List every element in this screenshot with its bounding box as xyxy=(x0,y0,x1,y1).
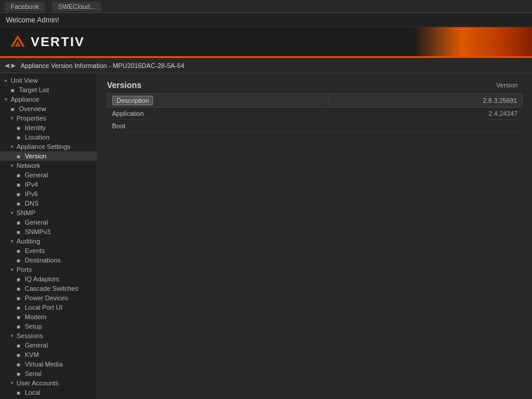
content-area: Versions Version Description 2.8.3.25691… xyxy=(98,73,532,399)
sidebar-item-label: Appliance Settings xyxy=(17,143,70,150)
sidebar-item-label: SNMPv3 xyxy=(25,228,50,235)
sidebar-item-identity[interactable]: ■ Identity xyxy=(0,123,97,132)
doc-icon: ■ xyxy=(11,106,19,112)
row-description: Boot xyxy=(108,120,329,132)
sidebar-item-network[interactable]: ▾ Network xyxy=(0,161,97,170)
sidebar-item-auditing[interactable]: ▾ Auditing xyxy=(0,236,97,246)
sidebar-item-properties[interactable]: ▾ Properties xyxy=(0,113,97,123)
sidebar-item-modem[interactable]: ■ Modem xyxy=(0,312,97,322)
tab-facebook[interactable]: Facebook xyxy=(5,2,45,11)
sidebar-item-setup[interactable]: ■ Setup xyxy=(0,322,97,331)
doc-icon: ■ xyxy=(17,323,25,330)
arrow-icon: ▸ xyxy=(5,77,11,83)
sidebar-item-label: Cascade Switches xyxy=(25,285,79,292)
sidebar-item-serial[interactable]: ■ Serial xyxy=(0,369,97,378)
sidebar-item-local-port-ui[interactable]: ■ Local Port UI xyxy=(0,303,97,312)
welcome-text: Welcome Admin! xyxy=(6,16,59,24)
sidebar-item-kvm[interactable]: ■ KVM xyxy=(0,350,97,359)
sidebar-item-label: KVM xyxy=(25,351,39,358)
sidebar-item-label: General xyxy=(25,171,48,179)
sidebar-item-label: Setup xyxy=(25,323,42,330)
doc-icon: ■ xyxy=(17,134,25,141)
sidebar-item-label: DNS xyxy=(25,200,38,207)
sidebar: ▸ Unit View ■ Target List ▾ Appliance ■ … xyxy=(0,73,98,399)
sidebar-item-label: SNMP xyxy=(17,209,35,216)
doc-icon: ■ xyxy=(17,248,25,254)
sidebar-item-iq-adaptors[interactable]: ■ IQ Adaptors xyxy=(0,274,97,284)
arrow-icon: ▾ xyxy=(11,163,17,168)
sidebar-item-destinations[interactable]: ■ Destinations xyxy=(0,255,97,265)
sidebar-item-label: Serial xyxy=(25,370,41,377)
sidebar-item-general[interactable]: ■ General xyxy=(0,170,97,180)
sidebar-item-label: Appliance xyxy=(11,96,39,103)
sidebar-item-snmp[interactable]: ▾ SNMP xyxy=(0,208,97,218)
doc-icon: ■ xyxy=(17,181,25,188)
sidebar-item-ipv4[interactable]: ■ IPv4 xyxy=(0,180,97,189)
sidebar-item-user-accounts[interactable]: ▾ User Accounts xyxy=(0,378,97,388)
doc-icon: ■ xyxy=(17,304,25,311)
sidebar-item-sessions-general[interactable]: ■ General xyxy=(0,340,97,350)
sidebar-item-version[interactable]: ■ Version xyxy=(0,151,97,161)
sidebar-item-power-devices[interactable]: ■ Power Devices xyxy=(0,293,97,303)
browser-bar: Facebook SWECloud... xyxy=(0,0,532,13)
doc-icon: ■ xyxy=(17,295,25,301)
row-description: Application xyxy=(108,108,329,120)
sidebar-item-ipv6[interactable]: ■ IPv6 xyxy=(0,189,97,199)
arrow-icon: ▾ xyxy=(11,144,17,150)
sidebar-item-label: Sessions xyxy=(17,332,43,339)
sidebar-item-unit-view[interactable]: ▸ Unit View xyxy=(0,76,97,85)
sidebar-item-label: Overview xyxy=(19,105,46,112)
tab-swecloud[interactable]: SWECloud... xyxy=(52,2,101,11)
sidebar-item-label: Location xyxy=(25,134,50,141)
page-subtitle: Appliance Version Information - MPU2016D… xyxy=(21,62,184,69)
sidebar-item-label: Ports xyxy=(17,266,32,273)
sidebar-item-dns[interactable]: ■ DNS xyxy=(0,199,97,208)
nav-arrow: ◀ ▶ xyxy=(5,62,16,69)
version-col-label: Version xyxy=(496,82,518,89)
row-version xyxy=(329,120,522,132)
vertiv-header: VERTIV xyxy=(0,27,532,58)
doc-icon: ■ xyxy=(17,276,25,283)
versions-table: Description 2.8.3.25691 Application2.4.2… xyxy=(107,93,523,132)
sidebar-item-virtual-media[interactable]: ■ Virtual Media xyxy=(0,359,97,369)
description-sort-button[interactable]: Description xyxy=(112,96,153,105)
sidebar-item-appliance[interactable]: ▾ Appliance xyxy=(0,95,97,104)
sidebar-item-location[interactable]: ■ Location xyxy=(0,132,97,142)
doc-icon: ■ xyxy=(17,371,25,377)
arrow-icon: ▾ xyxy=(11,238,17,244)
sidebar-item-label: Local Port UI xyxy=(25,304,63,311)
sidebar-item-overview[interactable]: ■ Overview xyxy=(0,104,97,113)
table-row: Application2.4.24247 xyxy=(108,108,523,120)
sidebar-item-snmp-general[interactable]: ■ General xyxy=(0,218,97,227)
sidebar-item-label: IPv6 xyxy=(25,190,38,197)
sidebar-item-snmpv3[interactable]: ■ SNMPv3 xyxy=(0,227,97,236)
sidebar-item-local[interactable]: ■ Local xyxy=(0,388,97,397)
sidebar-item-label: Target List xyxy=(19,86,49,93)
col-header-description: Description xyxy=(108,94,329,108)
arrow-icon: ▾ xyxy=(11,210,17,216)
sidebar-item-target-list[interactable]: ■ Target List xyxy=(0,85,97,95)
sidebar-item-label: Properties xyxy=(17,115,46,122)
vertiv-icon xyxy=(9,34,26,50)
doc-icon: ■ xyxy=(17,219,25,226)
arrow-icon: ▾ xyxy=(11,115,17,121)
sidebar-item-ports[interactable]: ▾ Ports xyxy=(0,265,97,274)
vertiv-logo-text: VERTIV xyxy=(31,34,85,50)
doc-icon: ■ xyxy=(17,361,25,368)
sidebar-item-label: Version xyxy=(25,153,47,160)
sidebar-item-events[interactable]: ■ Events xyxy=(0,246,97,255)
doc-icon: ■ xyxy=(17,314,25,320)
sidebar-item-cascade-switches[interactable]: ■ Cascade Switches xyxy=(0,284,97,293)
sidebar-item-label: IQ Adaptors xyxy=(25,275,59,283)
doc-icon: ■ xyxy=(17,229,25,235)
sidebar-item-label: Unit View xyxy=(11,77,38,84)
sidebar-item-appliance-settings[interactable]: ▾ Appliance Settings xyxy=(0,142,97,151)
doc-icon: ■ xyxy=(17,390,25,396)
vertiv-logo: VERTIV xyxy=(9,34,85,50)
sidebar-item-label: Network xyxy=(17,162,40,169)
row-version: 2.4.24247 xyxy=(329,108,522,120)
main-layout: ▸ Unit View ■ Target List ▾ Appliance ■ … xyxy=(0,73,532,399)
sidebar-item-sessions[interactable]: ▾ Sessions xyxy=(0,331,97,340)
sidebar-item-label: Power Devices xyxy=(25,294,68,301)
doc-icon: ■ xyxy=(17,342,25,349)
